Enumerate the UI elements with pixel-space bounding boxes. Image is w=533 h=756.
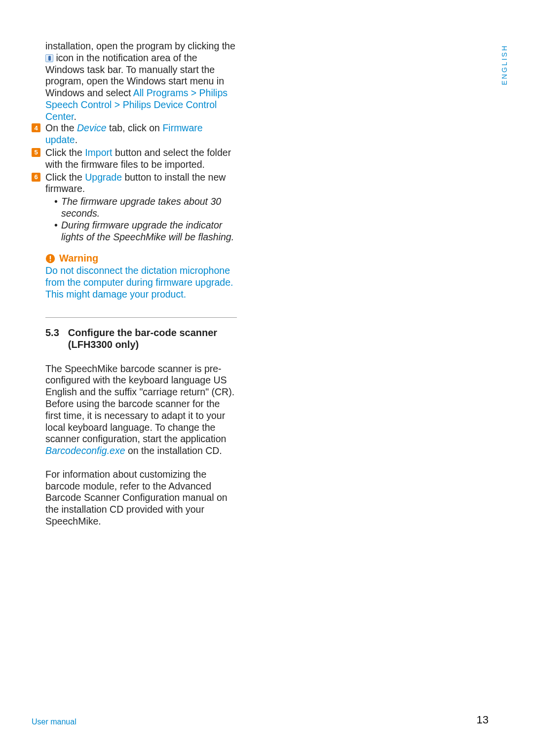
para1-text-2: on the installation CD. [125,445,222,456]
device-tab-label: Device [77,122,107,133]
upgrade-label: Upgrade [85,172,122,183]
step-4-text-1: On the [45,122,77,133]
tray-icon [45,54,53,62]
warning-text: Do not disconnect the dictation micropho… [45,265,237,300]
step-6-notes: The firmware upgrade takes about 30 seco… [45,196,237,243]
manual-page: ENGLISH installation, open the program b… [0,0,533,756]
warning-icon [45,254,55,264]
step-number-icon: 6 [32,173,40,182]
step-number-icon: 4 [32,123,40,132]
intro-period: . [74,111,76,122]
section-number: 5.3 [45,327,59,350]
warning-title: Warning [59,253,98,264]
main-column: installation, open the program by clicki… [45,40,237,243]
page-footer: User manual 13 [32,714,489,726]
section-divider [45,317,237,318]
note-1: The firmware upgrade takes about 30 seco… [54,196,237,220]
numbered-steps: 4 On the Device tab, click on Firmware u… [45,122,237,243]
para1-text-1: The SpeechMike barcode scanner is pre-co… [45,363,234,445]
step-6: 6 Click the Upgrade button to install th… [45,172,237,243]
language-tab: ENGLISH [500,44,508,85]
step-5: 5 Click the Import button and select the… [45,147,237,171]
step-5-text-1: Click the [45,147,85,158]
svg-rect-1 [50,256,51,260]
warning-header: Warning [45,253,237,264]
intro-paragraph: installation, open the program by clicki… [45,40,237,122]
paragraph-2: For information about customizing the ba… [45,469,237,528]
barcodeconfig-app: Barcodeconfig.exe [45,445,125,456]
section-heading: 5.3 Configure the bar-code scanner (LFH3… [45,327,237,350]
section-title: Configure the bar-code scanner (LFH3300 … [68,327,237,350]
step-4-text-2: tab, click on [107,122,163,133]
step-6-text-1: Click the [45,172,85,183]
warning-block: Warning Do not disconnect the dictation … [45,253,237,300]
import-label: Import [85,147,112,158]
footer-doc-title: User manual [32,718,76,726]
paragraph-1: The SpeechMike barcode scanner is pre-co… [45,363,237,457]
intro-text-1: installation, open the program by clicki… [45,40,235,51]
step-4-text-3: . [75,134,77,145]
step-number-icon: 5 [32,148,40,157]
step-4: 4 On the Device tab, click on Firmware u… [45,122,237,146]
note-2: During firmware upgrade the indicator li… [54,220,237,243]
svg-point-2 [50,260,51,262]
page-number: 13 [477,714,489,726]
